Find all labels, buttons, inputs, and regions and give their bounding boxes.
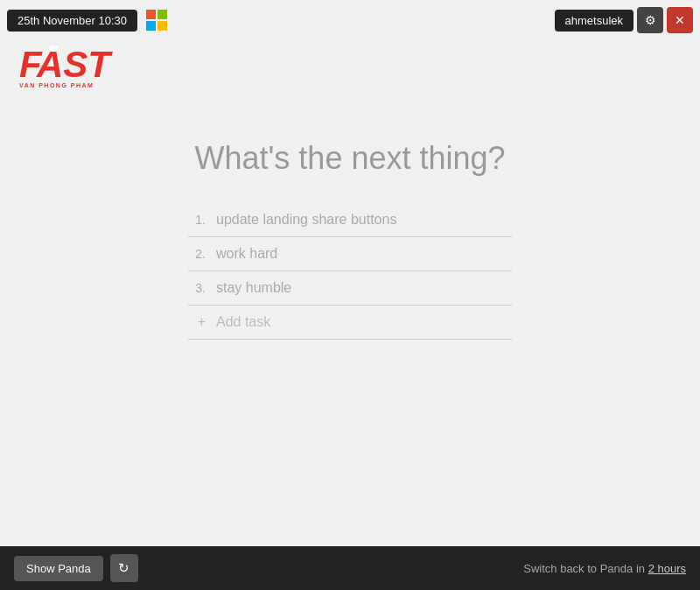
task-text: update landing share buttons bbox=[216, 212, 512, 228]
switch-back-label: Switch back to Panda in bbox=[523, 562, 645, 575]
switch-back-text: Switch back to Panda in 2 hours bbox=[523, 562, 686, 575]
top-bar-left: 25th November 10:30 bbox=[7, 8, 169, 32]
add-task-input[interactable] bbox=[216, 314, 512, 330]
top-bar-right: ahmetsulek ⚙ ✕ bbox=[555, 7, 693, 33]
task-number: 1. bbox=[188, 213, 206, 227]
top-bar: 25th November 10:30 ahmetsulek ⚙ ✕ bbox=[7, 7, 693, 33]
add-task-row: + bbox=[188, 306, 512, 340]
datetime-badge: 25th November 10:30 bbox=[7, 10, 137, 32]
main-title: What's the next thing? bbox=[194, 140, 505, 177]
show-panda-button[interactable]: Show Panda bbox=[14, 556, 103, 581]
switch-back-link[interactable]: 2 hours bbox=[648, 562, 686, 575]
task-list: 1. update landing share buttons 2. work … bbox=[188, 203, 512, 340]
main-content: What's the next thing? 1. update landing… bbox=[0, 140, 700, 340]
close-button[interactable]: ✕ bbox=[667, 7, 693, 33]
brand-logo: F AST VAN PHONG PHAM bbox=[18, 42, 114, 90]
task-item[interactable]: 1. update landing share buttons bbox=[188, 203, 512, 237]
add-icon: + bbox=[188, 314, 206, 330]
settings-button[interactable]: ⚙ bbox=[637, 7, 663, 33]
bottom-left: Show Panda ↻ bbox=[14, 554, 138, 582]
task-number: 2. bbox=[188, 247, 206, 261]
user-badge: ahmetsulek bbox=[555, 10, 634, 32]
task-text: stay humble bbox=[216, 280, 512, 296]
svg-text:AST: AST bbox=[36, 44, 113, 85]
bottom-bar: Show Panda ↻ Switch back to Panda in 2 h… bbox=[0, 546, 700, 590]
task-text: work hard bbox=[216, 246, 512, 262]
task-number: 3. bbox=[188, 281, 206, 295]
logo-area: F AST VAN PHONG PHAM bbox=[18, 42, 114, 94]
task-item[interactable]: 3. stay humble bbox=[188, 271, 512, 306]
task-item[interactable]: 2. work hard bbox=[188, 237, 512, 271]
svg-text:VAN PHONG PHAM: VAN PHONG PHAM bbox=[19, 82, 94, 88]
windows-icon[interactable] bbox=[144, 8, 169, 32]
refresh-button[interactable]: ↻ bbox=[110, 554, 138, 582]
